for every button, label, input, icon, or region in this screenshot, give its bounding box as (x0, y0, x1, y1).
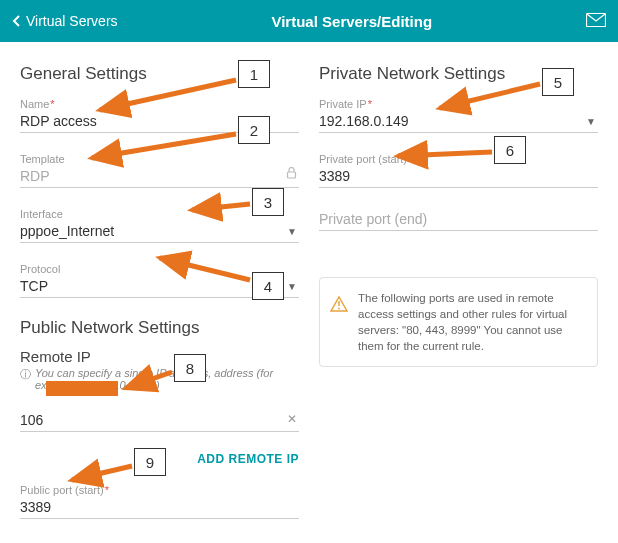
private-port-start-input[interactable] (319, 165, 598, 188)
page-title: Virtual Servers/Editing (118, 13, 586, 30)
remote-ip-title: Remote IP (20, 348, 299, 365)
back-button[interactable]: Virtual Servers (12, 13, 118, 29)
field-private-ip: Private IP* ▼ (319, 98, 598, 133)
public-port-end-input[interactable] (20, 539, 299, 543)
callout-6: 6 (494, 136, 526, 164)
field-remote-ip: ✕ (20, 409, 299, 432)
callout-2: 2 (238, 116, 270, 144)
callout-4: 4 (252, 272, 284, 300)
label-private-ip: Private IP* (319, 98, 598, 110)
field-private-port-end (319, 208, 598, 231)
remote-ip-input[interactable] (20, 409, 299, 432)
section-public: Public Network Settings (20, 318, 299, 338)
field-public-port-end (20, 539, 299, 543)
label-template: Template (20, 153, 299, 165)
private-ip-select[interactable] (319, 110, 598, 133)
info-icon: ⓘ (20, 367, 31, 391)
port-notice: The following ports are used in remote a… (319, 277, 598, 367)
field-template: Template (20, 153, 299, 188)
private-port-end-input[interactable] (319, 208, 598, 231)
svg-point-3 (338, 308, 340, 310)
mail-icon[interactable] (586, 13, 606, 30)
callout-8: 8 (174, 354, 206, 382)
app-header: Virtual Servers Virtual Servers/Editing (0, 0, 618, 42)
content: General Settings Name* Template Interfac… (0, 42, 618, 543)
clear-icon[interactable]: ✕ (287, 412, 297, 426)
redaction-block (46, 381, 118, 396)
label-name: Name* (20, 98, 299, 110)
field-private-port-start: Private port (start)* (319, 153, 598, 188)
field-public-port-start: Public port (start)* (20, 484, 299, 519)
callout-1: 1 (238, 60, 270, 88)
interface-select[interactable] (20, 220, 299, 243)
callout-5: 5 (542, 68, 574, 96)
template-input (20, 165, 299, 188)
label-private-port-start: Private port (start)* (319, 153, 598, 165)
notice-text: The following ports are used in remote a… (358, 292, 567, 352)
warning-icon (330, 296, 348, 316)
label-public-port-start: Public port (start)* (20, 484, 299, 496)
right-column: Private Network Settings Private IP* ▼ P… (319, 60, 598, 543)
chevron-left-icon (12, 15, 20, 27)
back-label: Virtual Servers (26, 13, 118, 29)
public-port-start-input[interactable] (20, 496, 299, 519)
callout-3: 3 (252, 188, 284, 216)
callout-9: 9 (134, 448, 166, 476)
